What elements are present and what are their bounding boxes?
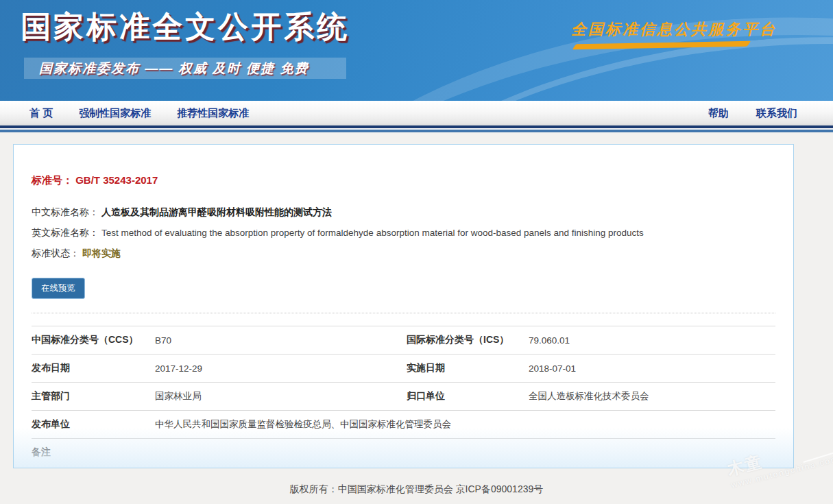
ccs-label: 中国标准分类号（CCS）	[32, 334, 155, 346]
table-row: 中国标准分类号（CCS） B70 国际标准分类号（ICS） 79.060.01	[32, 326, 775, 354]
en-name-value: Test method of evaluating the absorption…	[101, 228, 644, 238]
authority-value: 国家林业局	[155, 390, 407, 403]
watermark-line-decoration	[804, 442, 833, 463]
cn-name-value: 人造板及其制品游离甲醛吸附材料吸附性能的测试方法	[101, 206, 332, 217]
dotted-divider	[32, 313, 775, 313]
standard-detail-card: 标准号： GB/T 35243-2017 中文标准名称： 人造板及其制品游离甲醛…	[13, 144, 794, 468]
status-line: 标准状态： 即将实施	[32, 248, 775, 260]
standard-number-line: 标准号： GB/T 35243-2017	[32, 174, 775, 187]
ics-label: 国际标准分类号（ICS）	[407, 334, 529, 346]
online-preview-button[interactable]: 在线预览	[32, 278, 85, 299]
site-subtitle-band: 国家标准委发布 —— 权威 及时 便捷 免费	[24, 58, 346, 79]
committee-label: 归口单位	[407, 390, 529, 403]
table-row: 主管部门 国家林业局 归口单位 全国人造板标准化技术委员会	[32, 382, 775, 410]
nav-item-mandatory-standards[interactable]: 强制性国家标准	[79, 107, 151, 120]
status-label: 标准状态：	[32, 248, 80, 259]
main-nav: 首 页 强制性国家标准 推荐性国家标准 帮助 联系我们	[0, 101, 833, 125]
authority-label: 主管部门	[32, 390, 155, 403]
footer-copyright: 版权所有：中国国家标准化管理委员会 京ICP备09001239号	[0, 483, 833, 496]
table-row: 发布日期 2017-12-29 实施日期 2018-07-01	[32, 354, 775, 382]
publisher-label: 发布单位	[32, 418, 155, 431]
committee-value: 全国人造板标准化技术委员会	[529, 390, 775, 403]
standard-details-table: 中国标准分类号（CCS） B70 国际标准分类号（ICS） 79.060.01 …	[32, 326, 775, 466]
ics-value: 79.060.01	[529, 335, 775, 346]
nav-item-help[interactable]: 帮助	[708, 107, 729, 120]
header-swoosh-decoration	[305, 2, 833, 101]
ccs-value: B70	[155, 335, 407, 346]
table-row: 备注	[32, 438, 775, 466]
table-row: 发布单位 中华人民共和国国家质量监督检验检疫总局、中国国家标准化管理委员会	[32, 410, 775, 438]
platform-name: 全国标准信息公共服务平台	[571, 19, 777, 40]
cn-name-line: 中文标准名称： 人造板及其制品游离甲醛吸附材料吸附性能的测试方法	[32, 206, 775, 219]
status-badge: 即将实施	[82, 248, 121, 259]
nav-item-home[interactable]: 首 页	[29, 107, 53, 120]
site-title: 国家标准全文公开系统	[21, 7, 350, 47]
publish-date-label: 发布日期	[32, 362, 155, 374]
implement-date-value: 2018-07-01	[529, 363, 775, 374]
publish-date-value: 2017-12-29	[155, 363, 407, 374]
nav-right-group: 帮助 联系我们	[681, 107, 833, 120]
nav-left-group: 首 页 强制性国家标准 推荐性国家标准	[0, 107, 275, 120]
standard-number-value: GB/T 35243-2017	[75, 174, 158, 186]
platform-underline-decoration	[572, 41, 751, 49]
publisher-value: 中华人民共和国国家质量监督检验检疫总局、中国国家标准化管理委员会	[155, 418, 775, 431]
implement-date-label: 实施日期	[407, 362, 529, 374]
remark-label: 备注	[32, 446, 155, 459]
nav-item-recommended-standards[interactable]: 推荐性国家标准	[177, 107, 249, 120]
nav-bottom-line-blue	[0, 130, 833, 132]
standard-number-label: 标准号：	[32, 174, 73, 186]
site-header: 国家标准全文公开系统 国家标准委发布 —— 权威 及时 便捷 免费 全国标准信息…	[0, 0, 833, 101]
en-name-label: 英文标准名称：	[32, 227, 99, 238]
en-name-line: 英文标准名称： Test method of evaluating the ab…	[32, 227, 775, 239]
platform-banner: 全国标准信息公共服务平台	[571, 19, 777, 48]
cn-name-label: 中文标准名称：	[32, 206, 99, 217]
site-subtitle: 国家标准委发布 —— 权威 及时 便捷 免费	[24, 60, 309, 77]
nav-item-contact[interactable]: 联系我们	[756, 107, 797, 120]
